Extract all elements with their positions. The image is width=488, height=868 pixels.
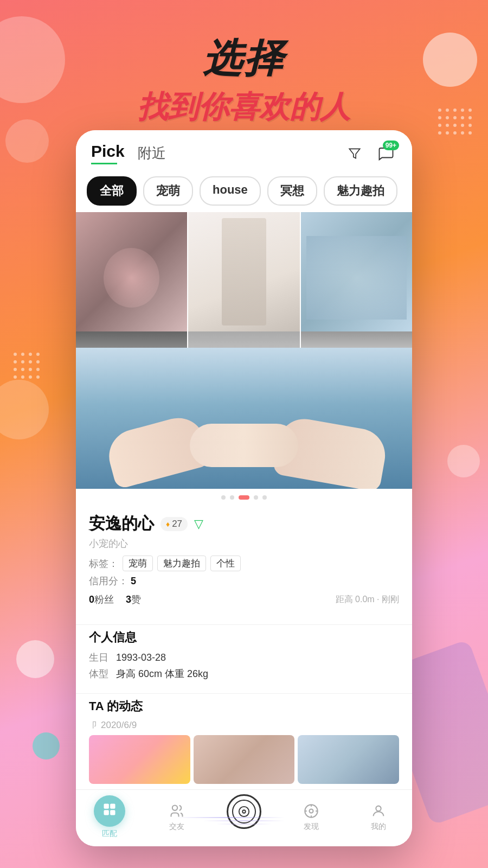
- deco-circle-4: [16, 640, 54, 678]
- photo-3: [301, 212, 412, 331]
- dot-grid-2: [14, 353, 40, 379]
- stats-row: 0 粉丝 3 赞 距高 0.0m · 刚刚: [89, 593, 399, 606]
- header-text: 选择 找到你喜欢的人: [138, 33, 350, 128]
- activity-img-3[interactable]: [298, 735, 399, 784]
- photo-grid: [76, 212, 412, 331]
- tags-label: 标签：: [89, 557, 118, 570]
- hand-overlay: [190, 424, 298, 467]
- dot-1: [221, 495, 226, 500]
- fujin-label[interactable]: 附近: [138, 144, 166, 163]
- photo-1: [76, 212, 187, 331]
- tag-charm[interactable]: 魅力趣拍: [157, 556, 206, 571]
- activity-date: 2020/6/9: [89, 720, 399, 731]
- tab-chongmeng[interactable]: 宠萌: [143, 176, 193, 206]
- svg-rect-0: [104, 803, 109, 808]
- peek-3: [300, 331, 412, 348]
- tab-all[interactable]: 全部: [87, 176, 137, 206]
- deco-circle-7: [447, 445, 480, 477]
- header-title: 选择: [138, 33, 350, 85]
- grid-peek: [76, 331, 412, 348]
- birthday-label: 生日: [89, 651, 116, 664]
- dot-indicators: [76, 489, 412, 504]
- bottom-nav: 匹配 交友: [76, 789, 412, 846]
- category-tabs: 全部 宠萌 house 冥想 魅力趣拍: [76, 170, 412, 212]
- body-label: 体型: [89, 667, 116, 680]
- activity-img-2[interactable]: [194, 735, 295, 784]
- body-row: 体型 身高 60cm 体重 26kg: [89, 667, 399, 680]
- peek-1: [76, 331, 187, 348]
- tags-row: 标签： 宠萌 魅力趣拍 个性: [89, 556, 399, 571]
- profile-subtitle: 小宠的心: [89, 537, 399, 550]
- peek-2: [187, 331, 299, 348]
- phone-mockup: Pick 附近 99+ 全部 宠萌 house 冥想 魅力趣拍: [76, 130, 412, 846]
- dot-4: [254, 495, 258, 500]
- personal-info: 个人信息 生日 1993-03-28 体型 身高 60cm 体重 26kg: [76, 629, 412, 689]
- photo-cell-3[interactable]: [300, 212, 412, 331]
- credit-row: 信用分： 5: [89, 575, 399, 588]
- deco-circle-2: [423, 33, 477, 87]
- activity-img-1[interactable]: [89, 735, 190, 784]
- svg-rect-2: [104, 810, 109, 815]
- dot-3-active: [239, 495, 249, 500]
- likes-label: 赞: [131, 593, 141, 606]
- photo-2: [188, 212, 299, 331]
- dot-5: [262, 495, 267, 500]
- credit-label: 信用分：: [89, 576, 128, 586]
- deco-circle-1: [0, 16, 65, 103]
- tab-house[interactable]: house: [200, 176, 261, 206]
- mine-label: 我的: [371, 822, 386, 832]
- likes-count: 3: [126, 594, 131, 605]
- dot-grid-1: [438, 108, 472, 135]
- personal-info-title: 个人信息: [89, 629, 399, 646]
- message-button[interactable]: 99+: [375, 143, 397, 164]
- distance-text: 距高 0.0m · 刚刚: [336, 594, 399, 605]
- divider-1: [76, 624, 412, 625]
- level-number: 27: [172, 519, 182, 529]
- tag-chongmeng[interactable]: 宠萌: [123, 556, 153, 571]
- tab-muxiang[interactable]: 冥想: [267, 176, 317, 206]
- birthday-row: 生日 1993-03-28: [89, 651, 399, 664]
- header-subtitle: 找到你喜欢的人: [138, 87, 350, 128]
- svg-point-4: [172, 806, 177, 810]
- divider-2: [76, 693, 412, 694]
- filter-button[interactable]: [345, 144, 364, 163]
- hero-image: [76, 348, 412, 489]
- name-row: 安逸的心 ♦ 27 ▽: [89, 513, 399, 535]
- svg-rect-1: [110, 803, 115, 808]
- nav-pick-container[interactable]: Pick: [91, 142, 138, 164]
- tab-魅力趣拍[interactable]: 魅力趣拍: [324, 176, 397, 206]
- match-icon: [102, 802, 117, 821]
- svg-point-5: [239, 807, 249, 816]
- nav-item-match[interactable]: 匹配: [76, 795, 143, 839]
- activity-section: TA 的动态 2020/6/9: [76, 698, 412, 789]
- filter-icon: [348, 146, 362, 161]
- fans-label: 粉丝: [94, 593, 114, 606]
- photo-cell-1[interactable]: [76, 212, 187, 331]
- svg-point-9: [376, 806, 381, 811]
- deco-circle-5: [33, 732, 60, 760]
- deco-circle-6: [0, 380, 49, 439]
- profile-level: ♦ 27: [160, 517, 188, 531]
- fans-count: 0: [89, 594, 94, 605]
- nav-item-mine[interactable]: 我的: [345, 802, 412, 832]
- profile-name: 安逸的心: [89, 513, 154, 535]
- body-value: 身高 60cm 体重 26kg: [116, 667, 208, 680]
- match-label: 匹配: [102, 829, 117, 839]
- match-bg: [94, 795, 125, 827]
- profile-info: 安逸的心 ♦ 27 ▽ 小宠的心 标签： 宠萌 魅力趣拍 个性 信用分： 5 0…: [76, 504, 412, 620]
- svg-rect-3: [110, 810, 115, 815]
- pick-underline: [91, 163, 117, 164]
- mine-icon: [370, 802, 387, 820]
- photo-cell-2[interactable]: [187, 212, 299, 331]
- level-icon: ♦: [166, 520, 170, 528]
- birthday-value: 1993-03-28: [116, 652, 166, 663]
- deco-circle-3: [5, 119, 49, 163]
- vip-icon: ▽: [194, 517, 203, 531]
- tag-gexing[interactable]: 个性: [210, 556, 241, 571]
- dot-2: [230, 495, 234, 500]
- svg-point-8: [310, 809, 313, 813]
- activity-title: TA 的动态: [89, 698, 399, 714]
- svg-point-6: [242, 810, 246, 813]
- nav-waves: [177, 817, 311, 839]
- credit-value: 5: [131, 576, 136, 586]
